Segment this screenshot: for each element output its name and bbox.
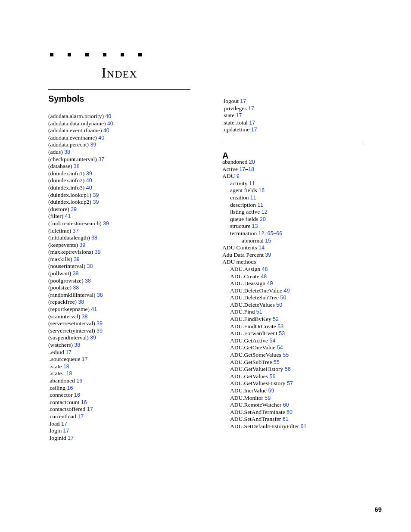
page-link[interactable]: 39 xyxy=(90,142,96,148)
page-link[interactable]: 38 xyxy=(73,285,79,291)
page-link[interactable]: 53 xyxy=(277,324,283,330)
page-link[interactable]: 40 xyxy=(107,121,113,127)
page-link[interactable]: 12 xyxy=(258,230,265,236)
page-link[interactable]: 49 xyxy=(267,280,273,286)
page-link[interactable]: 59 xyxy=(265,395,271,401)
page-link[interactable]: 18 xyxy=(248,166,254,172)
page-link[interactable]: 17 xyxy=(248,106,254,112)
index-entry: .load 17 xyxy=(48,420,199,428)
page-link[interactable]: 39 xyxy=(79,242,85,248)
page-link[interactable]: 52 xyxy=(273,316,279,322)
page-link[interactable]: 54 xyxy=(277,345,283,351)
page-link[interactable]: 40 xyxy=(86,185,92,191)
page-link[interactable]: 17 xyxy=(239,166,245,172)
page-link[interactable]: 40 xyxy=(98,135,104,141)
page-link[interactable]: 51 xyxy=(256,309,262,315)
page-link[interactable]: 48 xyxy=(262,266,268,272)
index-term: ADU.GetActive xyxy=(230,337,268,344)
page-link[interactable]: 14 xyxy=(258,245,265,251)
page-link[interactable]: 38 xyxy=(97,292,103,298)
page-link[interactable]: 17 xyxy=(236,112,242,118)
page-link[interactable]: 38 xyxy=(85,278,91,284)
page-link[interactable]: 13 xyxy=(252,223,258,229)
page-link[interactable]: 37 xyxy=(98,156,104,162)
page-link[interactable]: 38 xyxy=(91,235,97,241)
page-link[interactable]: 11 xyxy=(250,195,256,201)
page-link[interactable]: 39 xyxy=(93,192,99,198)
page-link[interactable]: 48 xyxy=(261,274,267,280)
page-link[interactable]: 40 xyxy=(103,128,109,134)
page-link[interactable]: 50 xyxy=(276,302,282,308)
page-link[interactable]: 41 xyxy=(65,213,71,219)
index-entry: ..state 18 xyxy=(48,363,199,370)
page-link[interactable]: 17 xyxy=(68,435,74,441)
page-link[interactable]: 38 xyxy=(74,342,80,348)
page-link[interactable]: 39 xyxy=(265,252,271,258)
page-link[interactable]: 66 xyxy=(276,230,282,236)
page-link[interactable]: 20 xyxy=(249,159,255,165)
page-link[interactable]: 56 xyxy=(269,373,275,380)
page-link[interactable]: 65 xyxy=(267,230,273,236)
page-link[interactable]: 61 xyxy=(300,423,306,429)
page-link[interactable]: 16 xyxy=(74,392,80,398)
page-link[interactable]: 39 xyxy=(86,171,92,177)
page-link[interactable]: 40 xyxy=(86,177,92,184)
page-link[interactable]: 17 xyxy=(65,349,72,355)
page-link[interactable]: 59 xyxy=(268,388,274,394)
index-entry: (poolgrowsize) 38 xyxy=(48,277,199,285)
page-link[interactable]: 50 xyxy=(280,295,286,301)
page-link[interactable]: 54 xyxy=(269,338,275,344)
page-link[interactable]: 18 xyxy=(66,370,72,376)
page-link[interactable]: 38 xyxy=(82,314,88,320)
page-link[interactable]: 20 xyxy=(260,216,266,222)
page-link[interactable]: 17 xyxy=(63,428,69,434)
page-link[interactable]: 17 xyxy=(82,356,88,362)
page-link[interactable]: 39 xyxy=(90,335,96,341)
index-term: ADU.FindByKey xyxy=(230,316,271,322)
page-link[interactable]: 39 xyxy=(97,320,103,327)
page-link[interactable]: 53 xyxy=(279,330,285,336)
page-link[interactable]: 18 xyxy=(63,364,69,370)
page-link[interactable]: 61 xyxy=(283,416,289,422)
page-link[interactable]: 17 xyxy=(78,414,84,420)
page-link[interactable]: 39 xyxy=(97,328,103,334)
page-link[interactable]: 39 xyxy=(73,271,79,277)
page-link[interactable]: 39 xyxy=(71,206,77,212)
page-link[interactable]: 11 xyxy=(249,180,255,187)
page-link[interactable]: 39 xyxy=(103,221,109,227)
page-link[interactable]: 49 xyxy=(283,288,290,294)
page-link[interactable]: 17 xyxy=(61,421,67,427)
page-link[interactable]: 17 xyxy=(249,120,255,126)
page-link[interactable]: 41 xyxy=(91,306,97,312)
page-link[interactable]: 55 xyxy=(283,352,289,358)
index-term: ADU.Monitor xyxy=(230,395,263,401)
page-link[interactable]: 56 xyxy=(285,366,291,372)
page-link[interactable]: 60 xyxy=(283,402,289,408)
page-link[interactable]: 39 xyxy=(74,256,80,262)
index-entry: (maxkills) 39 xyxy=(48,256,199,263)
page-link[interactable]: 38 xyxy=(74,163,80,169)
page-link[interactable]: 55 xyxy=(274,359,280,365)
page-link[interactable]: 12 xyxy=(262,209,268,215)
page-link[interactable]: 15 xyxy=(265,238,271,244)
page-link[interactable]: 16 xyxy=(258,187,265,193)
page-link[interactable]: 17 xyxy=(251,127,257,133)
page-link[interactable]: 16 xyxy=(67,385,73,391)
page-link[interactable]: 16 xyxy=(76,378,82,384)
page-link[interactable]: 17 xyxy=(87,406,93,412)
page-link[interactable]: 37 xyxy=(73,228,79,234)
index-entry: (idletime) 37 xyxy=(48,227,199,235)
page-link[interactable]: 40 xyxy=(105,113,111,119)
page-link[interactable]: 60 xyxy=(286,409,293,415)
page-link[interactable]: 57 xyxy=(287,380,293,386)
page-link[interactable]: 38 xyxy=(78,299,84,305)
page-link[interactable]: 39 xyxy=(93,199,99,205)
page-link[interactable]: 11 xyxy=(257,202,263,208)
page-link[interactable]: 38 xyxy=(87,263,93,269)
page-link[interactable]: 39 xyxy=(95,249,101,255)
page-link[interactable]: 16 xyxy=(81,399,87,405)
page-link[interactable]: 38 xyxy=(64,149,70,155)
page-link[interactable]: 17 xyxy=(240,98,246,104)
page-link[interactable]: 9 xyxy=(237,173,240,179)
index-entry: (serverretryinterval) 39 xyxy=(48,327,199,335)
